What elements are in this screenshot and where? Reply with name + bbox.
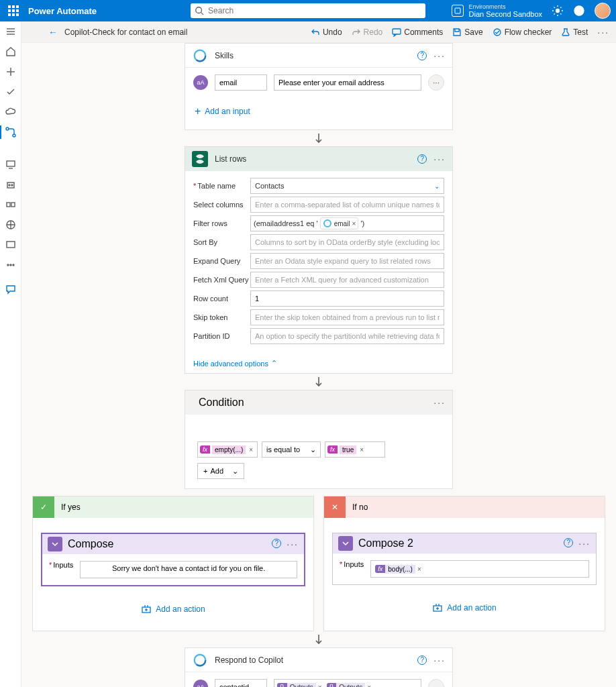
nav-create-icon[interactable] [5, 66, 17, 78]
left-operand-input[interactable]: fxempty(...)× [197, 441, 258, 458]
compose-header[interactable]: Compose ?··· [42, 534, 304, 554]
param-desc-input[interactable] [274, 74, 421, 91]
nav-desktop-icon[interactable] [5, 158, 17, 170]
nav-robot-icon[interactable] [5, 178, 17, 191]
svg-point-0 [196, 7, 202, 13]
param-more-icon[interactable]: ··· [428, 679, 444, 687]
card-more-icon[interactable]: ··· [578, 538, 591, 549]
back-button[interactable]: ← [48, 27, 58, 38]
undo-button[interactable]: Undo [311, 28, 342, 37]
selectcols-input[interactable] [250, 197, 444, 213]
search-box [191, 3, 425, 18]
help-icon[interactable]: ? [272, 539, 281, 548]
connector-arrow[interactable] [313, 631, 325, 647]
save-button[interactable]: Save [452, 28, 482, 37]
add-condition-button[interactable]: +Add⌄ [197, 463, 244, 479]
inputs-textbox[interactable]: fxbody(...)× [370, 560, 589, 578]
remove-token-icon[interactable]: × [352, 220, 356, 227]
environment-picker[interactable]: Environments Dian Second Sandbox [452, 3, 542, 18]
help-icon[interactable]: ? [417, 154, 427, 164]
outputs-token[interactable]: {}Outputs× [277, 683, 324, 688]
if-yes-header[interactable]: ✓ If yes [33, 496, 313, 518]
svg-point-10 [6, 127, 9, 130]
remove-token-icon[interactable]: × [358, 446, 365, 454]
sort-input[interactable] [250, 234, 444, 250]
nav-monitor-icon[interactable] [5, 239, 17, 251]
add-action-button[interactable]: Add an action [332, 585, 597, 620]
param-name-input[interactable] [215, 74, 267, 91]
expand-input[interactable] [250, 253, 444, 269]
outputs-token[interactable]: {}Outputs× [327, 683, 374, 688]
settings-icon[interactable] [552, 5, 564, 17]
help-icon[interactable]: ? [564, 538, 573, 547]
remove-token-icon[interactable]: × [316, 684, 324, 688]
body-token[interactable]: fxbody(...)× [375, 565, 423, 574]
right-operand-input[interactable]: fxtrue× [325, 441, 385, 458]
add-action-button[interactable]: Add an action [41, 586, 305, 621]
waffle-icon[interactable] [5, 3, 21, 19]
card-more-icon[interactable]: ··· [287, 539, 299, 549]
skills-header[interactable]: Skills ?··· [185, 44, 452, 68]
remove-token-icon[interactable]: × [248, 446, 254, 454]
skip-input[interactable] [250, 309, 444, 325]
fx-icon: fx [327, 445, 338, 454]
if-no-header[interactable]: ✕ If no [324, 496, 605, 518]
help-icon[interactable] [573, 5, 585, 17]
comments-button[interactable]: Comments [392, 28, 443, 37]
svg-point-28 [324, 220, 331, 227]
search-input[interactable] [191, 3, 425, 18]
nav-ai-icon[interactable] [5, 219, 17, 231]
user-avatar[interactable] [595, 3, 611, 19]
rowcount-input[interactable] [250, 290, 444, 307]
flow-checker-button[interactable]: Flow checker [493, 28, 552, 37]
help-icon[interactable]: ? [417, 655, 427, 665]
hide-advanced-link[interactable]: Hide advanced options⌃ [185, 354, 452, 373]
brand: Power Automate [28, 6, 97, 16]
nav-approvals-icon[interactable] [5, 86, 17, 98]
help-icon[interactable]: ? [417, 51, 427, 60]
compose2-header[interactable]: Compose 2 ?··· [333, 533, 596, 553]
svg-point-3 [556, 9, 560, 13]
inputs-label: Inputs [49, 561, 73, 569]
inputs-textbox[interactable]: Sorry we don't have a contact id for you… [80, 561, 297, 578]
output-value-input[interactable]: {}Outputs× {}Outputs× [274, 679, 421, 687]
nav-chat-icon[interactable] [5, 283, 17, 295]
compose2-card: Compose 2 ?··· Inputs fxbody(...)× [332, 533, 597, 585]
email-token[interactable]: email× [320, 217, 359, 229]
add-input-button[interactable]: +Add an input [193, 100, 444, 123]
nav-flows-icon[interactable] [5, 126, 17, 138]
remove-token-icon[interactable]: × [415, 566, 423, 573]
redo-button[interactable]: Redo [352, 28, 383, 37]
card-more-icon[interactable]: ··· [433, 655, 446, 666]
cross-icon: ✕ [324, 496, 346, 518]
copilot-icon [192, 652, 208, 668]
svg-point-11 [13, 134, 15, 137]
connector-arrow[interactable] [313, 374, 325, 390]
test-button[interactable]: Test [561, 28, 588, 37]
listrows-header[interactable]: List rows ?··· [185, 147, 452, 171]
param-more-icon[interactable]: ··· [428, 74, 444, 91]
environment-icon [452, 5, 464, 17]
nav-process-icon[interactable] [5, 199, 17, 211]
fetchxml-input[interactable] [250, 272, 444, 288]
card-more-icon[interactable]: ··· [433, 154, 446, 164]
toolbar-more-icon[interactable]: ··· [597, 27, 609, 38]
filter-input[interactable]: (emailaddress1 eq ' email× ') [250, 215, 444, 231]
output-name-input[interactable] [215, 679, 267, 687]
table-select[interactable]: Contacts⌄ [250, 178, 444, 194]
respond-header[interactable]: Respond to Copilot ?··· [185, 648, 452, 672]
nav-more-icon[interactable] [5, 259, 17, 271]
skip-label: Skip token [193, 313, 250, 321]
card-more-icon[interactable]: ··· [433, 50, 446, 61]
operator-select[interactable]: is equal to⌄ [262, 441, 321, 458]
partition-input[interactable] [250, 328, 444, 344]
condition-header[interactable]: Condition ··· [185, 390, 452, 415]
nav-home-icon[interactable] [5, 46, 17, 58]
connector-arrow[interactable] [313, 130, 325, 146]
nav-cloud-icon[interactable] [5, 106, 17, 118]
nav-hamburger-icon[interactable] [5, 25, 17, 38]
svg-point-16 [11, 184, 13, 186]
svg-rect-24 [393, 29, 401, 34]
remove-token-icon[interactable]: × [365, 684, 373, 688]
card-more-icon[interactable]: ··· [433, 397, 446, 408]
